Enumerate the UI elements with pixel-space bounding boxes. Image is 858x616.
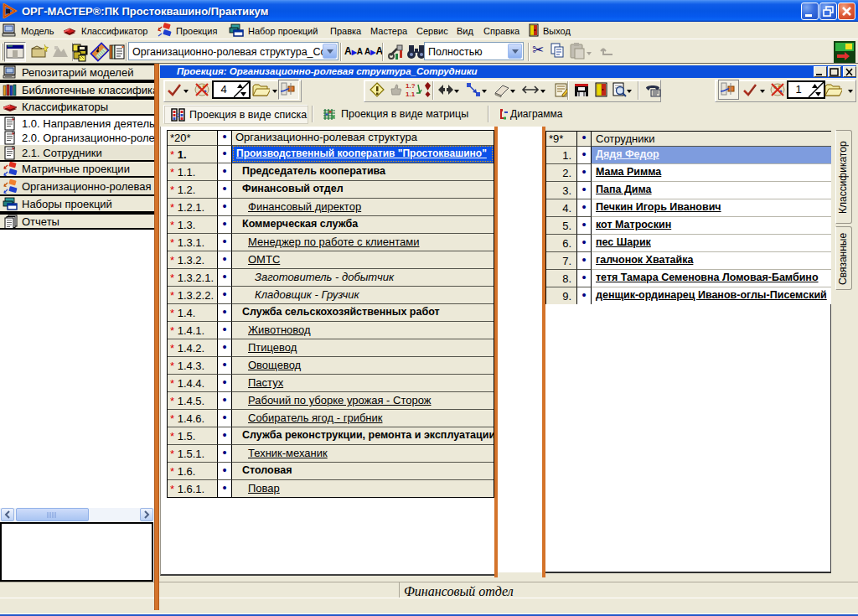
- svg-text:1.1: 1.1: [406, 91, 416, 98]
- svg-text:1.?: 1.?: [406, 82, 416, 90]
